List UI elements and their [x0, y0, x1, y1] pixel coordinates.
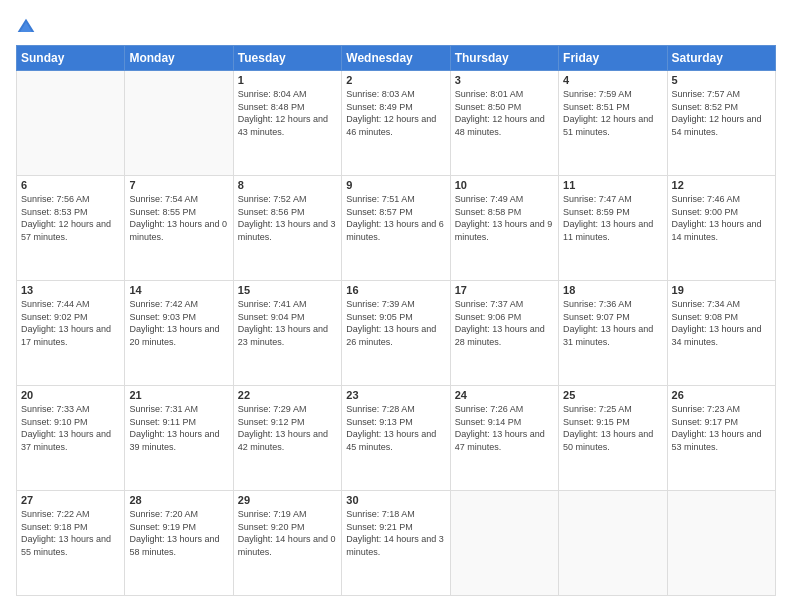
- day-number: 5: [672, 74, 771, 86]
- day-info: Sunrise: 7:31 AM Sunset: 9:11 PM Dayligh…: [129, 403, 228, 453]
- day-number: 28: [129, 494, 228, 506]
- day-number: 13: [21, 284, 120, 296]
- day-info: Sunrise: 7:41 AM Sunset: 9:04 PM Dayligh…: [238, 298, 337, 348]
- calendar-cell: 26Sunrise: 7:23 AM Sunset: 9:17 PM Dayli…: [667, 386, 775, 491]
- calendar-cell: 1Sunrise: 8:04 AM Sunset: 8:48 PM Daylig…: [233, 71, 341, 176]
- day-info: Sunrise: 7:59 AM Sunset: 8:51 PM Dayligh…: [563, 88, 662, 138]
- day-info: Sunrise: 7:49 AM Sunset: 8:58 PM Dayligh…: [455, 193, 554, 243]
- day-info: Sunrise: 7:20 AM Sunset: 9:19 PM Dayligh…: [129, 508, 228, 558]
- day-info: Sunrise: 8:03 AM Sunset: 8:49 PM Dayligh…: [346, 88, 445, 138]
- calendar-cell: 11Sunrise: 7:47 AM Sunset: 8:59 PM Dayli…: [559, 176, 667, 281]
- logo: [16, 16, 40, 37]
- day-info: Sunrise: 7:28 AM Sunset: 9:13 PM Dayligh…: [346, 403, 445, 453]
- calendar-week-row: 13Sunrise: 7:44 AM Sunset: 9:02 PM Dayli…: [17, 281, 776, 386]
- day-number: 20: [21, 389, 120, 401]
- calendar-day-header: Wednesday: [342, 46, 450, 71]
- calendar-cell: 28Sunrise: 7:20 AM Sunset: 9:19 PM Dayli…: [125, 491, 233, 596]
- day-number: 18: [563, 284, 662, 296]
- calendar-cell: 12Sunrise: 7:46 AM Sunset: 9:00 PM Dayli…: [667, 176, 775, 281]
- logo-icon: [16, 17, 36, 37]
- calendar-week-row: 1Sunrise: 8:04 AM Sunset: 8:48 PM Daylig…: [17, 71, 776, 176]
- calendar-cell: [559, 491, 667, 596]
- day-info: Sunrise: 7:51 AM Sunset: 8:57 PM Dayligh…: [346, 193, 445, 243]
- day-info: Sunrise: 7:26 AM Sunset: 9:14 PM Dayligh…: [455, 403, 554, 453]
- day-info: Sunrise: 7:44 AM Sunset: 9:02 PM Dayligh…: [21, 298, 120, 348]
- day-number: 17: [455, 284, 554, 296]
- calendar-cell: 27Sunrise: 7:22 AM Sunset: 9:18 PM Dayli…: [17, 491, 125, 596]
- day-number: 7: [129, 179, 228, 191]
- day-number: 27: [21, 494, 120, 506]
- calendar-cell: 29Sunrise: 7:19 AM Sunset: 9:20 PM Dayli…: [233, 491, 341, 596]
- day-number: 11: [563, 179, 662, 191]
- calendar-cell: 6Sunrise: 7:56 AM Sunset: 8:53 PM Daylig…: [17, 176, 125, 281]
- day-info: Sunrise: 7:34 AM Sunset: 9:08 PM Dayligh…: [672, 298, 771, 348]
- day-info: Sunrise: 7:23 AM Sunset: 9:17 PM Dayligh…: [672, 403, 771, 453]
- day-number: 30: [346, 494, 445, 506]
- day-info: Sunrise: 7:47 AM Sunset: 8:59 PM Dayligh…: [563, 193, 662, 243]
- day-number: 12: [672, 179, 771, 191]
- calendar-cell: 17Sunrise: 7:37 AM Sunset: 9:06 PM Dayli…: [450, 281, 558, 386]
- calendar-cell: 10Sunrise: 7:49 AM Sunset: 8:58 PM Dayli…: [450, 176, 558, 281]
- day-number: 15: [238, 284, 337, 296]
- day-info: Sunrise: 7:29 AM Sunset: 9:12 PM Dayligh…: [238, 403, 337, 453]
- calendar-body: 1Sunrise: 8:04 AM Sunset: 8:48 PM Daylig…: [17, 71, 776, 596]
- day-number: 14: [129, 284, 228, 296]
- day-info: Sunrise: 7:57 AM Sunset: 8:52 PM Dayligh…: [672, 88, 771, 138]
- day-number: 4: [563, 74, 662, 86]
- header: [16, 16, 776, 37]
- calendar-day-header: Friday: [559, 46, 667, 71]
- day-number: 29: [238, 494, 337, 506]
- calendar-cell: 4Sunrise: 7:59 AM Sunset: 8:51 PM Daylig…: [559, 71, 667, 176]
- day-number: 16: [346, 284, 445, 296]
- calendar-cell: [125, 71, 233, 176]
- day-info: Sunrise: 7:18 AM Sunset: 9:21 PM Dayligh…: [346, 508, 445, 558]
- calendar-cell: 8Sunrise: 7:52 AM Sunset: 8:56 PM Daylig…: [233, 176, 341, 281]
- calendar-day-header: Sunday: [17, 46, 125, 71]
- calendar-week-row: 27Sunrise: 7:22 AM Sunset: 9:18 PM Dayli…: [17, 491, 776, 596]
- day-number: 22: [238, 389, 337, 401]
- day-number: 24: [455, 389, 554, 401]
- calendar-cell: 14Sunrise: 7:42 AM Sunset: 9:03 PM Dayli…: [125, 281, 233, 386]
- day-number: 1: [238, 74, 337, 86]
- calendar-cell: 15Sunrise: 7:41 AM Sunset: 9:04 PM Dayli…: [233, 281, 341, 386]
- calendar-cell: 19Sunrise: 7:34 AM Sunset: 9:08 PM Dayli…: [667, 281, 775, 386]
- calendar-cell: 9Sunrise: 7:51 AM Sunset: 8:57 PM Daylig…: [342, 176, 450, 281]
- day-number: 21: [129, 389, 228, 401]
- calendar-header-row: SundayMondayTuesdayWednesdayThursdayFrid…: [17, 46, 776, 71]
- day-number: 10: [455, 179, 554, 191]
- day-number: 9: [346, 179, 445, 191]
- day-info: Sunrise: 7:22 AM Sunset: 9:18 PM Dayligh…: [21, 508, 120, 558]
- calendar-cell: 24Sunrise: 7:26 AM Sunset: 9:14 PM Dayli…: [450, 386, 558, 491]
- calendar-cell: 18Sunrise: 7:36 AM Sunset: 9:07 PM Dayli…: [559, 281, 667, 386]
- day-info: Sunrise: 7:36 AM Sunset: 9:07 PM Dayligh…: [563, 298, 662, 348]
- calendar-cell: 21Sunrise: 7:31 AM Sunset: 9:11 PM Dayli…: [125, 386, 233, 491]
- calendar-day-header: Saturday: [667, 46, 775, 71]
- day-info: Sunrise: 7:54 AM Sunset: 8:55 PM Dayligh…: [129, 193, 228, 243]
- calendar-cell: 22Sunrise: 7:29 AM Sunset: 9:12 PM Dayli…: [233, 386, 341, 491]
- page: SundayMondayTuesdayWednesdayThursdayFrid…: [0, 0, 792, 612]
- day-info: Sunrise: 8:04 AM Sunset: 8:48 PM Dayligh…: [238, 88, 337, 138]
- calendar-table: SundayMondayTuesdayWednesdayThursdayFrid…: [16, 45, 776, 596]
- calendar-cell: 16Sunrise: 7:39 AM Sunset: 9:05 PM Dayli…: [342, 281, 450, 386]
- day-number: 23: [346, 389, 445, 401]
- day-info: Sunrise: 7:25 AM Sunset: 9:15 PM Dayligh…: [563, 403, 662, 453]
- day-number: 2: [346, 74, 445, 86]
- day-info: Sunrise: 7:19 AM Sunset: 9:20 PM Dayligh…: [238, 508, 337, 558]
- calendar-day-header: Tuesday: [233, 46, 341, 71]
- calendar-cell: 20Sunrise: 7:33 AM Sunset: 9:10 PM Dayli…: [17, 386, 125, 491]
- day-number: 3: [455, 74, 554, 86]
- day-info: Sunrise: 7:42 AM Sunset: 9:03 PM Dayligh…: [129, 298, 228, 348]
- day-info: Sunrise: 7:46 AM Sunset: 9:00 PM Dayligh…: [672, 193, 771, 243]
- calendar-week-row: 20Sunrise: 7:33 AM Sunset: 9:10 PM Dayli…: [17, 386, 776, 491]
- calendar-day-header: Monday: [125, 46, 233, 71]
- calendar-cell: [667, 491, 775, 596]
- calendar-cell: 13Sunrise: 7:44 AM Sunset: 9:02 PM Dayli…: [17, 281, 125, 386]
- day-number: 6: [21, 179, 120, 191]
- day-info: Sunrise: 7:39 AM Sunset: 9:05 PM Dayligh…: [346, 298, 445, 348]
- day-info: Sunrise: 7:56 AM Sunset: 8:53 PM Dayligh…: [21, 193, 120, 243]
- calendar-cell: 5Sunrise: 7:57 AM Sunset: 8:52 PM Daylig…: [667, 71, 775, 176]
- calendar-cell: [450, 491, 558, 596]
- day-info: Sunrise: 7:52 AM Sunset: 8:56 PM Dayligh…: [238, 193, 337, 243]
- calendar-cell: 25Sunrise: 7:25 AM Sunset: 9:15 PM Dayli…: [559, 386, 667, 491]
- day-info: Sunrise: 8:01 AM Sunset: 8:50 PM Dayligh…: [455, 88, 554, 138]
